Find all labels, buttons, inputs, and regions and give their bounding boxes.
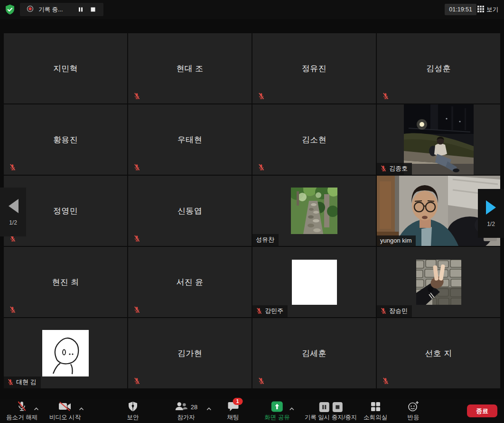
arrow-left-icon [7,198,19,215]
unmute-label: 음소거 해제 [6,414,37,422]
participant-tile[interactable]: 지민혁 [4,33,127,103]
participant-tile[interactable]: 강민주 [252,247,376,317]
participant-tile[interactable]: 현진 최 [4,247,127,317]
gallery-grid-icon [477,6,484,14]
muted-mic-icon [133,377,140,385]
participant-name-centered: 지민혁 [4,33,127,103]
participant-name-label: yungon kim [380,237,411,244]
stop-recording-icon[interactable] [332,402,342,412]
previous-page-button[interactable]: 1/2 [0,188,26,236]
muted-mic-icon [133,164,140,171]
participants-label: 참가자 [177,414,195,422]
recording-controls-label: 기록 일시 중지/중지 [305,414,357,422]
share-screen-icon [271,401,283,414]
next-page-button[interactable]: 1/2 [478,189,504,238]
muted-mic-icon [9,164,16,171]
page-indicator: 1/2 [9,219,17,226]
participant-name-label: 성유찬 [256,235,274,244]
participant-name-centered: 정유진 [252,33,376,103]
participant-name-badge: 대현 김 [4,376,41,388]
stop-recording-button[interactable] [89,6,97,13]
security-button[interactable]: 보안 [127,401,139,422]
participant-name-badge: 장승민 [377,305,412,317]
muted-mic-icon [258,93,265,100]
participant-name-label: 장승민 [389,307,408,315]
view-button[interactable]: 보기 [476,4,500,15]
participant-name-centered: 김세훈 [252,318,376,388]
participant-name-centered: 현진 최 [4,247,127,317]
participant-tile[interactable]: 김가현 [128,318,252,388]
start-video-button[interactable]: 비디오 시작 [49,401,81,422]
participant-tile[interactable]: 정유진 [252,33,376,103]
start-video-label: 비디오 시작 [49,414,81,422]
participant-grid: 지민혁 현대 조 정유진 김성훈 황용진 우태현 [4,33,500,388]
chat-unread-badge: 1 [233,398,243,405]
share-screen-label: 화면 공유 [264,414,289,422]
participant-name-badge: 김종호 [377,163,412,175]
participant-name-label: 김종호 [389,164,408,173]
participants-icon [175,401,188,413]
participant-name-centered: 우태현 [128,104,252,175]
chevron-up-icon[interactable] [34,405,39,412]
muted-mic-icon [133,93,140,100]
forest-path-avatar-image [291,188,337,234]
chevron-up-icon[interactable] [289,405,294,412]
muted-mic-icon [133,235,140,242]
video-off-icon [58,401,72,413]
participant-tile[interactable]: 선호 지 [377,318,500,388]
chat-button[interactable]: 1 채팅 [227,401,239,422]
participant-name-centered: 선호 지 [377,318,500,388]
hand-peace-avatar-image [416,260,461,305]
doodle-face-avatar-image [42,330,89,376]
participant-tile[interactable]: 김종호 [377,104,500,175]
participant-name-centered: 서진 윤 [128,247,252,317]
recording-status-label: 기록 중... [38,6,63,14]
meeting-timer: 01:19:51 [445,4,476,15]
reactions-button[interactable]: 반응 [408,401,420,422]
pause-recording-icon[interactable] [319,402,329,412]
end-meeting-button[interactable]: 종료 [467,404,497,417]
participant-tile[interactable]: 서진 윤 [128,247,252,317]
muted-mic-icon [380,308,387,314]
participant-tile[interactable]: 김세훈 [252,318,376,388]
participant-name-label: 강민주 [265,307,283,315]
chat-label: 채팅 [227,414,239,422]
participant-name-centered: 현대 조 [128,33,252,103]
muted-mic-icon [256,308,262,314]
participants-button[interactable]: 28 참가자 [175,401,197,422]
muted-mic-icon [7,379,14,385]
participant-tile[interactable]: 황용진 [4,104,127,175]
participant-tile[interactable]: 신동엽 [128,176,252,246]
participant-tile[interactable]: 성유찬 [252,176,376,246]
breakout-rooms-label: 소회의실 [364,414,387,422]
participant-name-label: 대현 김 [16,378,37,386]
chevron-up-icon[interactable] [79,405,84,412]
participant-name-centered: 김소현 [252,104,376,175]
unmute-button[interactable]: 음소거 해제 [6,401,37,422]
participant-tile[interactable]: 현대 조 [128,33,252,103]
reactions-label: 반응 [408,414,420,422]
muted-mic-icon [380,165,387,172]
participant-tile[interactable]: 우태현 [128,104,252,175]
recording-dot-icon [27,5,34,14]
view-button-label: 보기 [486,6,498,14]
participant-name-centered: 신동엽 [128,176,252,246]
participant-tile[interactable]: 대현 김 [4,318,127,388]
muted-mic-icon [16,401,28,414]
participant-name-badge: 성유찬 [252,234,279,246]
recording-controls-button[interactable]: 기록 일시 중지/중지 [305,401,357,422]
meeting-secure-shield-icon [4,3,16,16]
share-screen-button[interactable]: 화면 공유 [264,401,289,422]
pause-recording-button[interactable] [77,6,84,13]
participant-tile[interactable]: 김소현 [252,104,376,175]
participant-name-badge: yungon kim [377,235,416,246]
breakout-rooms-button[interactable]: 소회의실 [364,401,387,422]
muted-mic-icon [382,93,389,100]
participant-tile[interactable]: 김성훈 [377,33,500,103]
meeting-timer-value: 01:19:51 [449,6,472,13]
chevron-up-icon[interactable] [206,405,212,412]
muted-mic-icon [258,377,265,385]
muted-mic-icon [382,377,389,385]
participant-tile[interactable]: 장승민 [377,247,500,317]
arrow-right-icon [485,200,497,216]
